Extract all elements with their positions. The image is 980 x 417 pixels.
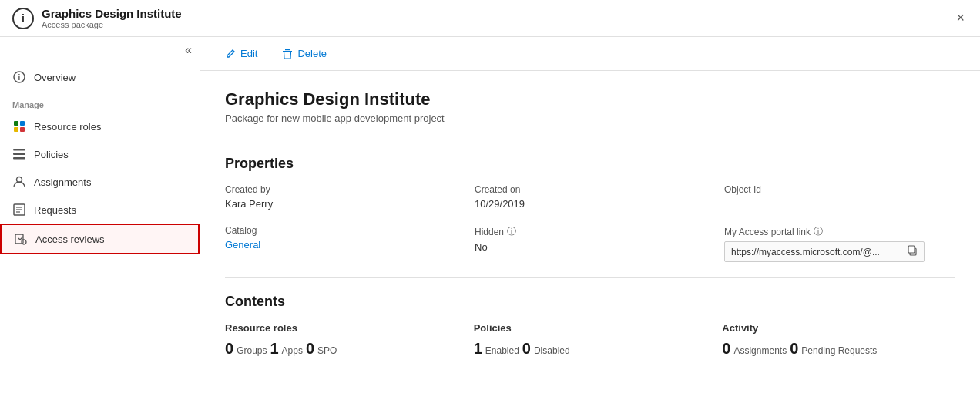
resource-roles-icon: [12, 119, 26, 133]
requests-icon: [12, 203, 26, 217]
properties-grid: Created by Kara Perry Created on 10/29/2…: [225, 184, 955, 262]
divider-1: [225, 140, 955, 140]
edit-icon: [225, 49, 236, 59]
sidebar-item-resource-roles[interactable]: Resource roles: [0, 113, 200, 140]
top-bar-subtitle: Access package: [42, 20, 182, 29]
sidebar: « i Overview Manage Resource roles: [0, 37, 200, 417]
portal-link-text: https://myaccess.microsoft.com/@...: [731, 247, 901, 257]
resource-roles-spo-label: SPO: [317, 345, 337, 356]
page-subtitle: Package for new mobile app development p…: [225, 113, 955, 124]
portal-link-box: https://myaccess.microsoft.com/@...: [724, 241, 925, 262]
page-title: Graphics Design Institute: [225, 89, 955, 109]
hidden-label: Hidden ⓘ: [475, 225, 706, 238]
policies-icon: [12, 147, 26, 161]
prop-created-on: Created on 10/29/2019: [475, 184, 706, 210]
policies-enabled-number: 1: [474, 340, 482, 358]
contents-resource-roles: Resource roles 0 Groups 1 Apps 0 SPO: [225, 322, 458, 358]
sidebar-item-overview-label: Overview: [34, 72, 76, 83]
catalog-label: Catalog: [225, 225, 456, 236]
svg-rect-13: [285, 49, 290, 50]
delete-icon: [282, 49, 293, 59]
activity-assignments-label: Assignments: [733, 345, 787, 356]
contents-activity: Activity 0 Assignments 0 Pending Request…: [722, 322, 955, 358]
prop-object-id: Object Id: [724, 184, 955, 210]
object-id-label: Object Id: [724, 184, 955, 195]
created-on-label: Created on: [475, 184, 706, 195]
sidebar-item-policies-label: Policies: [34, 149, 69, 160]
svg-rect-3: [13, 153, 25, 156]
activity-pending-label: Pending Requests: [801, 345, 877, 356]
svg-rect-15: [908, 246, 915, 253]
sidebar-item-policies[interactable]: Policies: [0, 140, 200, 168]
policies-disabled-label: Disabled: [534, 345, 570, 356]
contents-grid: Resource roles 0 Groups 1 Apps 0 SPO Pol…: [225, 322, 955, 358]
top-bar-title: Graphics Design Institute Access package: [42, 7, 182, 29]
properties-section-title: Properties: [225, 156, 955, 172]
top-bar-main-title: Graphics Design Institute: [42, 7, 182, 20]
created-on-value: 10/29/2019: [475, 198, 706, 210]
svg-text:i: i: [18, 73, 21, 82]
resource-roles-apps-number: 1: [270, 340, 278, 358]
prop-created-by: Created by Kara Perry: [225, 184, 456, 210]
sidebar-item-requests[interactable]: Requests: [0, 196, 200, 224]
contents-policies-label: Policies: [474, 322, 707, 334]
prop-catalog: Catalog General: [225, 225, 456, 262]
content-body: Graphics Design Institute Package for ne…: [200, 71, 980, 376]
svg-rect-4: [13, 157, 25, 160]
policies-stats: 1 Enabled 0 Disabled: [474, 340, 707, 358]
edit-button[interactable]: Edit: [219, 45, 263, 62]
svg-point-11: [22, 240, 26, 244]
created-by-value: Kara Perry: [225, 198, 456, 210]
resource-roles-groups-number: 0: [225, 340, 233, 358]
contents-policies: Policies 1 Enabled 0 Disabled: [474, 322, 707, 358]
close-button[interactable]: ×: [953, 7, 968, 29]
main-layout: « i Overview Manage Resource roles: [0, 37, 980, 417]
sidebar-item-overview[interactable]: i Overview: [0, 63, 200, 91]
portal-link-info-icon: ⓘ: [814, 225, 823, 238]
sidebar-item-assignments-label: Assignments: [34, 177, 91, 188]
main-content: Edit Delete Graphics Design Institute Pa…: [200, 37, 980, 417]
app-icon: i: [12, 8, 34, 29]
policies-enabled-label: Enabled: [485, 345, 519, 356]
prop-hidden: Hidden ⓘ No: [475, 225, 706, 262]
contents-section-title: Contents: [225, 294, 955, 310]
copy-portal-link-button[interactable]: [907, 245, 918, 258]
resource-roles-stats: 0 Groups 1 Apps 0 SPO: [225, 340, 458, 358]
sidebar-manage-label: Manage: [0, 91, 200, 113]
assignments-icon: [12, 175, 26, 189]
catalog-value[interactable]: General: [225, 239, 260, 251]
sidebar-collapse-area: «: [0, 37, 200, 63]
copy-icon: [907, 245, 918, 256]
toolbar: Edit Delete: [200, 37, 980, 71]
sidebar-collapse-button[interactable]: «: [185, 43, 192, 57]
resource-roles-apps-label: Apps: [282, 345, 303, 356]
delete-button[interactable]: Delete: [276, 45, 333, 62]
prop-portal-link: My Access portal link ⓘ https://myaccess…: [724, 225, 955, 262]
resource-roles-groups-label: Groups: [237, 345, 267, 356]
divider-2: [225, 277, 955, 278]
overview-icon: i: [12, 70, 26, 84]
sidebar-item-access-reviews-label: Access reviews: [35, 234, 105, 245]
hidden-info-icon: ⓘ: [507, 225, 516, 238]
created-by-label: Created by: [225, 184, 456, 195]
sidebar-item-access-reviews[interactable]: Access reviews: [0, 224, 200, 254]
sidebar-item-requests-label: Requests: [34, 204, 76, 216]
svg-rect-2: [13, 149, 25, 151]
top-bar: i Graphics Design Institute Access packa…: [0, 0, 980, 37]
contents-activity-label: Activity: [722, 322, 955, 334]
portal-link-label: My Access portal link ⓘ: [724, 225, 955, 238]
activity-pending-number: 0: [790, 340, 798, 358]
resource-roles-spo-number: 0: [306, 340, 314, 358]
top-bar-left: i Graphics Design Institute Access packa…: [12, 7, 182, 29]
hidden-value: No: [475, 241, 706, 253]
activity-stats: 0 Assignments 0 Pending Requests: [722, 340, 955, 358]
activity-assignments-number: 0: [722, 340, 730, 358]
policies-disabled-number: 0: [522, 340, 531, 358]
sidebar-item-assignments[interactable]: Assignments: [0, 168, 200, 196]
sidebar-item-resource-roles-label: Resource roles: [34, 121, 101, 133]
contents-resource-roles-label: Resource roles: [225, 322, 458, 334]
access-reviews-icon: [14, 232, 28, 246]
